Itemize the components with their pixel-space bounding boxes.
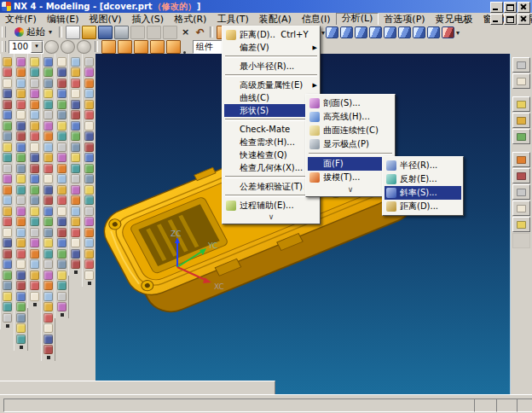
studio-view-icon[interactable] — [398, 26, 411, 38]
palette-tool-icon[interactable] — [30, 131, 39, 141]
palette-tool-icon[interactable] — [84, 121, 94, 131]
palette-tool-icon[interactable] — [84, 195, 94, 205]
restore-button[interactable] — [504, 2, 517, 13]
layer-category-icon[interactable] — [77, 40, 91, 54]
palette-tool-icon[interactable] — [30, 238, 39, 247]
palette-tool-icon[interactable] — [71, 110, 80, 119]
palette-tool-icon[interactable] — [57, 217, 66, 226]
palette-tool-icon[interactable] — [71, 164, 80, 173]
palette-tool-icon[interactable] — [71, 100, 80, 109]
palette-tool-icon[interactable] — [30, 228, 39, 237]
palette-tool-icon[interactable] — [3, 143, 12, 152]
menubar-item-2[interactable]: 编辑(E) — [42, 14, 84, 25]
palette-tool-icon[interactable] — [57, 100, 66, 109]
palette-tool-icon[interactable] — [43, 313, 53, 323]
chevron-down-icon[interactable]: ▾ — [31, 41, 43, 53]
palette-tool-icon[interactable] — [3, 57, 12, 67]
snap-midpoint-icon[interactable] — [134, 40, 148, 54]
palette-tool-icon[interactable] — [57, 302, 66, 311]
palette-tool-icon[interactable] — [71, 143, 80, 152]
palette-tool-icon[interactable] — [71, 238, 80, 247]
palette-tool-icon[interactable] — [57, 281, 66, 290]
palette-tool-icon[interactable] — [30, 259, 39, 269]
palette-tool-icon[interactable] — [43, 259, 53, 269]
palette-tool-icon[interactable] — [43, 334, 53, 344]
palette-tool-icon[interactable] — [30, 270, 39, 280]
palette-tool-icon[interactable] — [84, 238, 94, 247]
palette-tool-icon[interactable] — [16, 228, 26, 237]
palette-tool-icon[interactable] — [3, 292, 12, 301]
palette-tool-icon[interactable] — [84, 100, 94, 109]
palette-tool-icon[interactable] — [43, 121, 53, 131]
palette-tool-icon[interactable] — [16, 334, 26, 344]
snap-intersection-icon[interactable] — [150, 40, 165, 54]
save-icon[interactable] — [98, 26, 113, 39]
palette-tool-icon[interactable] — [16, 79, 26, 88]
layer-visible-icon[interactable] — [61, 40, 75, 54]
snap-center-icon[interactable] — [166, 40, 181, 54]
layer-settings-icon[interactable] — [44, 40, 59, 54]
palette-tool-icon[interactable] — [30, 143, 39, 152]
menu-item-deviation[interactable]: 偏差(V)▶ — [224, 41, 318, 54]
palette-tool-icon[interactable] — [16, 259, 26, 269]
menu-expand-button[interactable]: ∨ — [224, 212, 318, 222]
palette-tool-icon[interactable] — [71, 153, 80, 162]
palette-tool-icon[interactable] — [16, 270, 26, 280]
toolbar-more-dot[interactable] — [61, 313, 64, 317]
menubar-item-4[interactable]: 插入(S) — [127, 14, 170, 25]
menu-item-shape[interactable]: 形状(S)▶ — [224, 104, 318, 117]
palette-tool-icon[interactable] — [16, 110, 26, 119]
palette-tool-icon[interactable] — [16, 67, 26, 77]
toolbar-more-dot[interactable] — [47, 356, 50, 359]
palette-tool-icon[interactable] — [16, 313, 26, 323]
palette-tool-icon[interactable] — [43, 89, 53, 98]
menu-item-highlight-lines[interactable]: 高亮线(H)... — [308, 110, 393, 124]
menubar-item-10[interactable]: 首选项(P) — [379, 14, 430, 25]
palette-tool-icon[interactable] — [3, 153, 12, 162]
toolbar-grip[interactable] — [2, 41, 6, 52]
palette-tool-icon[interactable] — [71, 121, 80, 131]
palette-tool-icon[interactable] — [57, 57, 66, 67]
pointer-tool-icon[interactable] — [512, 113, 530, 128]
palette-tool-icon[interactable] — [43, 292, 53, 301]
palette-tool-icon[interactable] — [57, 238, 66, 247]
menu-item-curve[interactable]: 曲线(C)▶ — [224, 91, 318, 104]
cut-icon[interactable] — [130, 26, 145, 39]
palette-tool-icon[interactable] — [16, 121, 26, 131]
paste-icon[interactable] — [163, 26, 177, 39]
resize-grip[interactable] — [517, 398, 532, 412]
clock-icon[interactable] — [512, 152, 530, 167]
palette-tool-icon[interactable] — [71, 206, 80, 216]
palette-tool-icon[interactable] — [57, 131, 66, 141]
palette-tool-icon[interactable] — [3, 174, 12, 183]
menubar-item-7[interactable]: 装配(A) — [254, 14, 297, 25]
menu-item-show-poles[interactable]: 显示极点(P) — [308, 137, 393, 151]
palette-tool-icon[interactable] — [16, 153, 26, 162]
chevron-down-icon[interactable]: ▾ — [321, 29, 325, 37]
palette-tool-icon[interactable] — [3, 249, 12, 259]
palette-tool-icon[interactable] — [3, 217, 12, 226]
palette-tool-icon[interactable] — [71, 174, 80, 183]
palette-tool-icon[interactable] — [43, 153, 53, 162]
palette-tool-icon[interactable] — [57, 185, 66, 195]
palette-tool-icon[interactable] — [43, 345, 53, 354]
palette-tool-icon[interactable] — [16, 185, 26, 195]
snapshot-view-icon[interactable] — [442, 26, 454, 38]
palette-tool-icon[interactable] — [3, 206, 12, 216]
palette-tool-icon[interactable] — [57, 195, 66, 205]
palette-tool-icon[interactable] — [16, 302, 26, 311]
palette-tool-icon[interactable] — [16, 143, 26, 152]
palette-tool-icon[interactable] — [84, 228, 94, 237]
menu-item-surface-continuity[interactable]: 曲面连续性(C)... — [308, 124, 393, 137]
palette-tool-icon[interactable] — [3, 67, 12, 77]
palette-tool-icon[interactable] — [71, 131, 80, 141]
toolbar-more-dot[interactable] — [33, 303, 37, 306]
palette-tool-icon[interactable] — [3, 110, 12, 119]
palette-tool-icon[interactable] — [84, 249, 94, 259]
palette-tool-icon[interactable] — [43, 238, 53, 247]
palette-tool-icon[interactable] — [43, 217, 53, 226]
palette-tool-icon[interactable] — [84, 206, 94, 216]
palette-tool-icon[interactable] — [30, 206, 39, 216]
palette-tool-icon[interactable] — [16, 249, 26, 259]
palette-tool-icon[interactable] — [30, 185, 39, 195]
